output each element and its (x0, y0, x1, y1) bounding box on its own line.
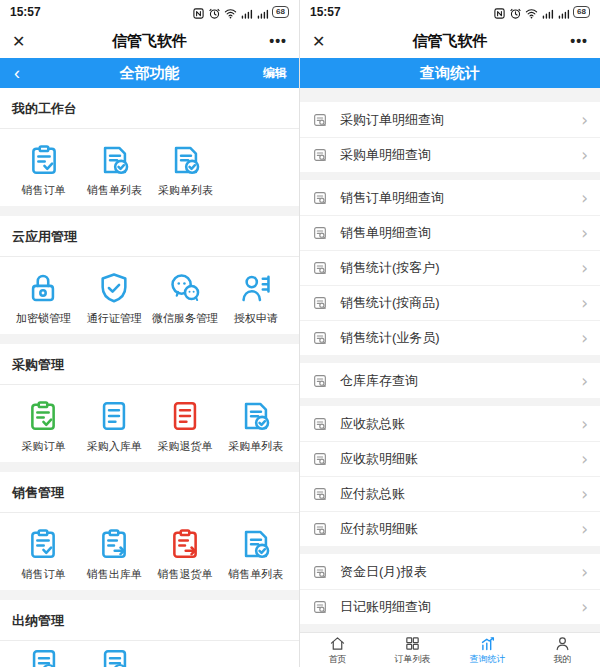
list-group: 采购订单明细查询›采购单明细查询› (300, 102, 600, 172)
section: 云应用管理加密锁管理通行证管理微信服务管理授权申请 (0, 216, 299, 334)
close-icon[interactable]: ✕ (312, 32, 325, 51)
query-list-item-label: 销售订单明细查询 (340, 189, 581, 207)
section-gap (0, 206, 299, 216)
app-title: 信管飞软件 (300, 32, 600, 51)
report-search-icon (312, 451, 328, 467)
query-list: 采购订单明细查询›采购单明细查询›销售订单明细查询›销售单明细查询›销售统计(按… (300, 102, 600, 624)
app-item-label: 销售退货单 (157, 567, 212, 581)
status-time: 15:57 (310, 5, 341, 19)
app-item-label: 采购单列表 (228, 439, 283, 453)
section-title: 我的工作台 (0, 98, 299, 129)
tab-label: 查询统计 (470, 653, 506, 666)
more-icon[interactable]: ••• (269, 33, 287, 49)
query-list-item[interactable]: 销售统计(按商品)› (300, 285, 600, 320)
app-item[interactable]: 采购单列表 (220, 399, 291, 453)
query-list-item-label: 销售单明细查询 (340, 224, 581, 242)
close-icon[interactable]: ✕ (12, 32, 25, 51)
report-search-icon (312, 190, 328, 206)
chevron-right-icon: › (581, 562, 588, 582)
tab-bar: 首页订单列表查询统计我的 (300, 632, 600, 667)
edit-button[interactable]: 编辑 (263, 65, 287, 82)
app-item[interactable]: 销售退货单 (150, 527, 221, 581)
app-item-label: 采购退货单 (157, 439, 212, 453)
query-list-item[interactable]: 应收款明细账› (300, 441, 600, 476)
more-icon[interactable]: ••• (570, 33, 588, 49)
screen-all-functions: 15:57 68 ✕ 信管飞软件 ••• ‹ 全部功能 编辑 我的工作台销售订单… (0, 0, 300, 667)
app-item[interactable]: 采购订单 (8, 399, 79, 453)
app-item[interactable]: 采购入库单 (79, 399, 150, 453)
status-bar: 15:57 68 (300, 0, 600, 24)
battery-icon: 68 (272, 6, 289, 18)
query-list-item-label: 日记账明细查询 (340, 598, 581, 616)
query-list-item[interactable]: 采购单明细查询› (300, 137, 600, 172)
app-item-label: 微信服务管理 (152, 311, 218, 325)
app-item[interactable]: 银行日记账 (79, 647, 150, 667)
battery-icon: 68 (573, 6, 590, 18)
chevron-right-icon: › (581, 371, 588, 391)
doc-check-icon (239, 399, 273, 433)
signal-icon (240, 6, 253, 19)
query-list-item[interactable]: 销售统计(按客户)› (300, 250, 600, 285)
back-icon[interactable]: ‹ (14, 60, 20, 86)
report-search-icon (312, 416, 328, 432)
chevron-right-icon: › (581, 597, 588, 617)
app-item-label: 加密锁管理 (16, 311, 71, 325)
list-group-gap (300, 546, 600, 554)
tab-我的[interactable]: 我的 (525, 633, 600, 667)
query-list-item[interactable]: 应付款总账› (300, 476, 600, 511)
app-item[interactable]: 销售出库单 (79, 527, 150, 581)
query-list-item[interactable]: 仓库库存查询› (300, 363, 600, 398)
query-list-item[interactable]: 资金日(月)报表› (300, 554, 600, 589)
query-list-item[interactable]: 销售统计(业务员)› (300, 320, 600, 355)
tab-label: 订单列表 (395, 653, 431, 666)
page-title: 全部功能 (0, 64, 299, 83)
tab-label: 我的 (554, 653, 572, 666)
app-item[interactable]: 销售单列表 (220, 527, 291, 581)
grid-icon (404, 635, 421, 652)
status-bar: 15:57 68 (0, 0, 299, 24)
app-item[interactable]: 采购退货单 (150, 399, 221, 453)
wifi-icon (525, 6, 538, 19)
app-item[interactable]: 通行证管理 (79, 271, 150, 325)
app-item[interactable]: 采购单列表 (150, 143, 221, 197)
section-gap (0, 462, 299, 472)
section: 出纳管理现金日记账银行日记账 (0, 600, 299, 667)
app-item[interactable]: 微信服务管理 (150, 271, 221, 325)
query-list-item[interactable]: 采购订单明细查询› (300, 102, 600, 137)
chevron-right-icon: › (581, 293, 588, 313)
title-bar: ✕ 信管飞软件 ••• (300, 24, 600, 58)
query-list-item[interactable]: 日记账明细查询› (300, 589, 600, 624)
chart-icon (479, 635, 496, 652)
app-item-label: 采购单列表 (158, 183, 213, 197)
query-list-item[interactable]: 销售单明细查询› (300, 215, 600, 250)
alarm-icon (208, 6, 221, 19)
clipboard-arrow-icon (97, 527, 131, 561)
tab-首页[interactable]: 首页 (300, 633, 375, 667)
report-search-icon (312, 260, 328, 276)
query-list-item-label: 采购单明细查询 (340, 146, 581, 164)
query-list-item[interactable]: 销售订单明细查询› (300, 180, 600, 215)
report-search-icon (312, 225, 328, 241)
app-item[interactable]: 销售订单 (8, 527, 79, 581)
nav-bar-query-statistics: 查询统计 (300, 58, 600, 88)
app-item[interactable]: 现金日记账 (8, 647, 79, 667)
query-list-item-label: 采购订单明细查询 (340, 111, 581, 129)
section: 采购管理采购订单采购入库单采购退货单采购单列表 (0, 344, 299, 462)
query-list-item[interactable]: 应收款总账› (300, 406, 600, 441)
app-item[interactable]: 加密锁管理 (8, 271, 79, 325)
tab-订单列表[interactable]: 订单列表 (375, 633, 450, 667)
tab-查询统计[interactable]: 查询统计 (450, 633, 525, 667)
lock-icon (26, 271, 60, 305)
app-item[interactable]: 销售订单 (8, 143, 79, 197)
list-group-gap (300, 172, 600, 180)
doc-star-icon (98, 647, 132, 667)
shield-check-icon (97, 271, 131, 305)
query-list-item-label: 应付款总账 (340, 485, 581, 503)
query-list-item[interactable]: 应付款明细账› (300, 511, 600, 546)
chevron-right-icon: › (581, 519, 588, 539)
app-item[interactable]: 授权申请 (220, 271, 291, 325)
doc-check-icon (239, 527, 273, 561)
list-group: 仓库库存查询› (300, 363, 600, 398)
app-item[interactable]: 销售单列表 (79, 143, 150, 197)
signal-icon (256, 6, 269, 19)
